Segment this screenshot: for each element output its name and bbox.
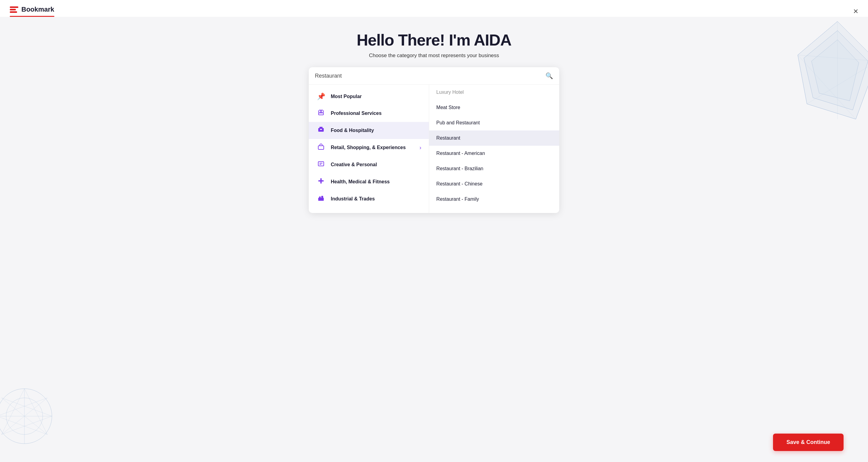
save-continue-button[interactable]: Save & Continue (773, 434, 843, 451)
retail-shopping-label: Retail, Shopping, & Experiences (331, 145, 415, 150)
subcat-item-meat-store[interactable]: Meat Store (429, 100, 559, 115)
category-card: 🔍 📌Most PopularProfessional ServicesFood… (309, 67, 559, 213)
page-title: Hello There! I'm AIDA (357, 31, 512, 49)
category-item-industrial-trades[interactable]: Industrial & Trades (309, 190, 429, 207)
svg-line-21 (0, 416, 47, 434)
food-hospitality-icon (316, 126, 326, 135)
health-medical-icon (316, 177, 326, 186)
svg-rect-28 (319, 127, 322, 128)
topbar: Bookmark × (0, 0, 868, 17)
most-popular-label: Most Popular (331, 94, 422, 99)
deco-geodesic-left (0, 382, 55, 450)
svg-rect-38 (321, 196, 323, 198)
logo: Bookmark (10, 5, 54, 17)
svg-line-17 (2, 398, 47, 434)
category-item-health-medical[interactable]: Health, Medical & Fitness (309, 173, 429, 190)
svg-rect-31 (318, 162, 324, 166)
category-item-most-popular[interactable]: 📌Most Popular (309, 88, 429, 105)
svg-rect-33 (319, 164, 321, 165)
search-input[interactable] (315, 73, 546, 79)
subcat-item-restaurant-family[interactable]: Restaurant - Family (429, 192, 559, 207)
logo-text: Bookmark (21, 5, 54, 13)
search-bar: 🔍 (309, 67, 559, 85)
save-button-wrapper: Save & Continue (773, 434, 843, 451)
svg-line-23 (2, 416, 52, 434)
main-content: Hello There! I'm AIDA Choose the categor… (0, 17, 868, 213)
professional-services-icon (316, 109, 326, 118)
health-medical-label: Health, Medical & Fitness (331, 179, 422, 184)
industrial-trades-icon (316, 195, 326, 203)
svg-rect-29 (320, 129, 322, 130)
page-subtitle: Choose the category that most represents… (369, 53, 499, 59)
professional-services-label: Professional Services (331, 111, 422, 116)
most-popular-icon: 📌 (316, 93, 326, 100)
svg-rect-35 (318, 180, 324, 181)
svg-line-18 (25, 389, 47, 434)
subcat-item-restaurant-chinese[interactable]: Restaurant - Chinese (429, 176, 559, 192)
subcat-item-restaurant-american[interactable]: Restaurant - American (429, 146, 559, 161)
subcat-item-restaurant-brazilian[interactable]: Restaurant - Brazilian (429, 161, 559, 176)
food-hospitality-label: Food & Hospitality (331, 128, 422, 133)
creative-personal-label: Creative & Personal (331, 162, 422, 168)
subcat-item-pub-restaurant[interactable]: Pub and Restaurant (429, 115, 559, 131)
svg-rect-30 (318, 146, 324, 149)
categories-panel: 📌Most PopularProfessional ServicesFood &… (309, 85, 429, 213)
industrial-trades-label: Industrial & Trades (331, 196, 422, 202)
retail-shopping-icon (316, 143, 326, 152)
search-icon: 🔍 (546, 72, 553, 80)
creative-personal-icon (316, 161, 326, 169)
svg-rect-37 (319, 197, 321, 198)
dropdown-body: 📌Most PopularProfessional ServicesFood &… (309, 85, 559, 213)
retail-shopping-arrow-icon: › (420, 145, 422, 151)
subcat-item-restaurant[interactable]: Restaurant (429, 131, 559, 146)
svg-rect-32 (319, 163, 322, 164)
category-item-professional-services[interactable]: Professional Services (309, 105, 429, 122)
category-item-food-hospitality[interactable]: Food & Hospitality (309, 122, 429, 139)
subcategories-panel: Luxury HotelMeat StorePub and Restaurant… (429, 85, 559, 213)
category-item-creative-personal[interactable]: Creative & Personal (309, 156, 429, 173)
svg-line-19 (2, 389, 25, 434)
svg-line-22 (2, 398, 52, 416)
svg-point-13 (6, 398, 43, 434)
subcat-item-luxury-hotel[interactable]: Luxury Hotel (429, 85, 559, 100)
close-button[interactable]: × (853, 7, 858, 16)
logo-icon (10, 6, 18, 13)
svg-rect-36 (318, 198, 324, 201)
svg-line-16 (2, 398, 47, 434)
category-item-retail-shopping[interactable]: Retail, Shopping, & Experiences› (309, 139, 429, 156)
svg-point-12 (0, 389, 52, 444)
svg-line-20 (0, 398, 47, 416)
